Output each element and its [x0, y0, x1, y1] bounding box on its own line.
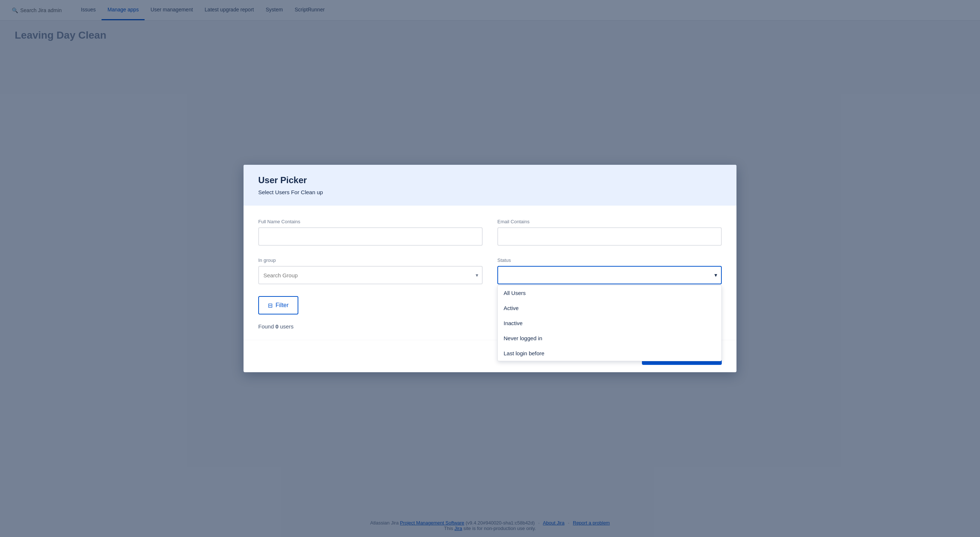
in-group-dropdown-wrapper: ▾: [258, 266, 483, 284]
modal-title: User Picker: [258, 175, 722, 185]
full-name-input[interactable]: [258, 227, 483, 246]
in-group-label: In group: [258, 257, 483, 263]
status-option-active[interactable]: Active: [498, 300, 721, 316]
user-picker-modal: User Picker Select Users For Clean up Fu…: [243, 165, 737, 372]
status-trigger[interactable]: ▾: [497, 266, 722, 284]
email-input[interactable]: [497, 227, 722, 246]
full-name-group: Full Name Contains: [258, 219, 483, 246]
found-label: Found: [258, 323, 274, 330]
status-dropdown-wrapper: ▾ All Users Active Inactive Never logged…: [497, 266, 722, 284]
filter-icon: ⊟: [268, 302, 273, 309]
full-name-label: Full Name Contains: [258, 219, 483, 224]
modal-body: Full Name Contains Email Contains In gro…: [243, 206, 737, 340]
found-count: 0: [275, 323, 278, 330]
status-option-all-users[interactable]: All Users: [498, 285, 721, 300]
email-label: Email Contains: [497, 219, 722, 224]
status-option-never-logged-in[interactable]: Never logged in: [498, 330, 721, 346]
status-chevron-icon: ▾: [714, 272, 718, 278]
status-option-inactive[interactable]: Inactive: [498, 316, 721, 330]
modal-header: User Picker Select Users For Clean up: [243, 165, 737, 206]
status-group: Status ▾ All Users Active Inactive Never…: [497, 257, 722, 284]
modal-subtitle: Select Users For Clean up: [258, 189, 722, 195]
in-group-input[interactable]: [258, 266, 483, 284]
form-row-1: Full Name Contains Email Contains: [258, 219, 722, 246]
filter-button-label: Filter: [275, 302, 289, 308]
status-label: Status: [497, 257, 722, 263]
status-option-last-login[interactable]: Last login before: [498, 346, 721, 361]
in-group-group: In group ▾: [258, 257, 483, 284]
found-suffix: users: [280, 323, 294, 330]
modal-overlay: User Picker Select Users For Clean up Fu…: [0, 0, 980, 537]
form-row-2: In group ▾ Status ▾ All Users: [258, 257, 722, 284]
status-dropdown-menu: All Users Active Inactive Never logged i…: [497, 285, 722, 361]
email-group: Email Contains: [497, 219, 722, 246]
filter-button[interactable]: ⊟ Filter: [258, 296, 298, 315]
